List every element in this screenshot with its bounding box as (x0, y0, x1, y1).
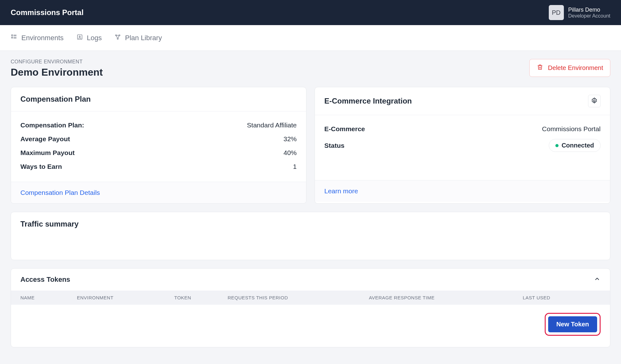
svg-point-9 (119, 35, 120, 36)
comp-card-title: Compensation Plan (20, 95, 91, 104)
chevron-up-icon (594, 278, 601, 283)
page-header: CONFIGURE ENVIRONMENT Demo Environment D… (11, 59, 610, 78)
kv-key: Average Payout (20, 135, 70, 143)
nav-label: Plan Library (125, 34, 162, 42)
tokens-table-header: NAME ENVIRONMENT TOKEN REQUESTS THIS PER… (11, 291, 610, 305)
highlight-annotation: New Token (545, 313, 601, 336)
col-avg-response: AVERAGE RESPONSE TIME (369, 295, 523, 300)
avatar: PD (549, 5, 564, 20)
user-name: Pillars Demo (568, 7, 610, 13)
kv-key: Compensation Plan: (20, 121, 84, 129)
breadcrumb: CONFIGURE ENVIRONMENT (11, 59, 103, 65)
main-content: CONFIGURE ENVIRONMENT Demo Environment D… (0, 51, 621, 360)
delete-environment-button[interactable]: Delete Environment (529, 59, 610, 77)
ecom-settings-button[interactable] (588, 95, 601, 107)
ecom-learn-more-link[interactable]: Learn more (324, 187, 358, 195)
nav-logs[interactable]: Logs (76, 34, 102, 42)
main-nav: Environments Logs Plan Library (0, 25, 621, 51)
ecommerce-integration-card: E-Commerce Integration E-Commerce Commis… (315, 87, 610, 204)
col-requests: REQUESTS THIS PERIOD (228, 295, 369, 300)
compensation-plan-card: Compensation Plan Compensation Plan: Sta… (11, 87, 306, 204)
traffic-title: Traffic summary (20, 220, 601, 228)
nav-label: Environments (21, 34, 64, 42)
svg-point-7 (79, 36, 80, 37)
kv-val: 32% (284, 135, 297, 143)
status-badge: Connected (549, 139, 601, 152)
tokens-title: Access Tokens (20, 276, 70, 284)
kv-val: 40% (284, 149, 297, 157)
svg-rect-1 (12, 37, 13, 38)
kv-key: Maximum Payout (20, 149, 75, 157)
ecom-card-title: E-Commerce Integration (324, 97, 412, 105)
app-title: Commissions Portal (11, 8, 84, 17)
col-token: TOKEN (174, 295, 228, 300)
kv-val: Commissions Portal (542, 125, 601, 133)
comp-details-link[interactable]: Compensation Plan Details (20, 189, 100, 196)
delete-button-label: Delete Environment (548, 64, 603, 72)
kv-key: Status (324, 142, 344, 149)
user-subtitle: Developer Account (568, 13, 610, 19)
trash-icon (537, 64, 543, 72)
collapse-toggle[interactable] (594, 276, 601, 284)
status-dot-icon (555, 144, 559, 147)
kv-key: E-Commerce (324, 125, 365, 133)
svg-point-13 (593, 100, 595, 102)
user-menu[interactable]: PD Pillars Demo Developer Account (549, 5, 610, 20)
network-icon (114, 34, 121, 42)
kv-row-max: Maximum Payout 40% (20, 146, 297, 160)
kv-row-plan: Compensation Plan: Standard Affiliate (20, 118, 297, 132)
kv-val: 1 (293, 163, 297, 170)
app-header: Commissions Portal PD Pillars Demo Devel… (0, 0, 621, 25)
gear-icon (591, 97, 598, 105)
nav-label: Logs (87, 34, 102, 42)
traffic-summary-card: Traffic summary (11, 212, 610, 260)
kv-val: Standard Affiliate (247, 121, 297, 129)
user-info: Pillars Demo Developer Account (568, 7, 610, 19)
col-last-used: LAST USED (523, 295, 601, 300)
svg-point-8 (116, 35, 117, 36)
kv-row-status: Status Connected (324, 136, 601, 155)
status-text: Connected (562, 142, 594, 149)
new-token-button[interactable]: New Token (548, 316, 597, 332)
logs-icon (76, 34, 83, 42)
nav-environments[interactable]: Environments (11, 34, 64, 42)
col-environment: ENVIRONMENT (77, 295, 174, 300)
svg-rect-0 (12, 35, 13, 36)
svg-point-10 (117, 38, 118, 39)
nav-plan-library[interactable]: Plan Library (114, 34, 162, 42)
kv-row-ecom: E-Commerce Commissions Portal (324, 122, 601, 136)
col-name: NAME (20, 295, 77, 300)
access-tokens-card: Access Tokens NAME ENVIRONMENT TOKEN REQ… (11, 268, 610, 347)
grid-icon (11, 34, 18, 42)
kv-row-avg: Average Payout 32% (20, 132, 297, 146)
kv-key: Ways to Earn (20, 163, 62, 170)
page-title: Demo Environment (11, 67, 103, 78)
kv-row-ways: Ways to Earn 1 (20, 160, 297, 174)
